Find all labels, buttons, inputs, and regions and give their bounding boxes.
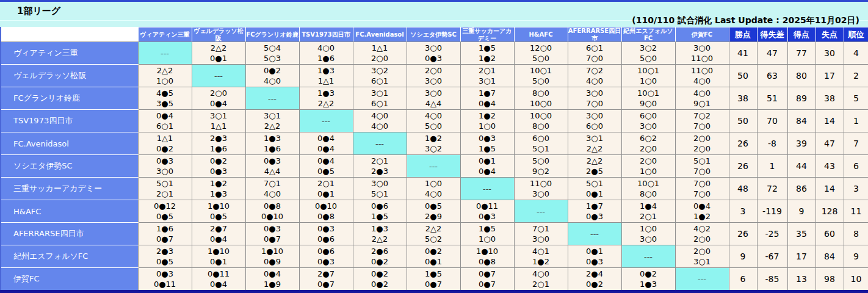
stat-value-cell: 63: [757, 65, 787, 87]
match-result: 3○2: [622, 43, 675, 53]
match-result-cell: 4○22○0: [675, 223, 729, 245]
self-match-cell: ---: [299, 110, 353, 132]
match-result: 0●5: [139, 256, 192, 267]
column-header-team: ヴィアティン三重: [138, 27, 192, 42]
match-result: 2△2: [568, 143, 621, 154]
match-result: 3○2: [353, 65, 407, 76]
column-header-team: ソシエタ伊勢SC: [407, 27, 460, 42]
match-result: 3○1: [461, 76, 514, 86]
match-result: 1○0: [139, 76, 192, 86]
match-result-cell: 0●110●3: [460, 200, 514, 223]
match-result: 2●9: [407, 211, 460, 222]
column-header-stat: 順位: [844, 27, 868, 42]
team-row: 三重サッカーアカデミー5○12○11●21●37○14○02○10●13○05○…: [1, 178, 868, 200]
match-result: 12○0: [515, 43, 568, 53]
match-result: 0●3: [300, 223, 353, 234]
match-result: 2○0: [676, 133, 729, 143]
match-result: 5○1: [139, 178, 192, 189]
match-result: 7○1: [515, 223, 568, 234]
match-result: 1●10: [192, 201, 245, 211]
stat-value-cell: 48: [729, 178, 757, 200]
match-result: 7○0: [676, 121, 729, 131]
match-result: 1●7: [568, 201, 621, 211]
match-result: 4●5: [139, 88, 192, 98]
match-result-cell: 6○03○0: [621, 110, 675, 132]
match-result: 0●3: [461, 133, 514, 143]
match-result-cell: 5○10●1: [568, 178, 621, 200]
match-result: 0●1: [568, 189, 621, 199]
match-result-cell: 0●60●3: [299, 245, 353, 268]
column-header-team: H&AFC: [514, 27, 568, 42]
match-result-cell: 1●50●7: [407, 268, 460, 291]
match-result-cell: 3○04△4: [407, 87, 460, 110]
stat-value-cell: -119: [757, 200, 787, 223]
match-result: 2●3: [139, 246, 192, 256]
match-result: 8○0: [515, 121, 568, 131]
match-result-cell: 4○09○1: [675, 87, 729, 110]
match-result: 0●4: [676, 201, 729, 211]
match-result-cell: 0●46○1: [138, 110, 192, 132]
match-result: 1●3: [622, 279, 675, 289]
match-result: 10○0: [515, 110, 568, 121]
match-result-cell: 0●21●3: [621, 268, 675, 291]
match-result-cell: 1●21○0: [460, 110, 514, 132]
match-result: 10○0: [515, 98, 568, 109]
match-result-cell: 1●60●7: [138, 223, 192, 245]
column-header-row: ヴィアティン三重ヴェルデラッソ松阪FCグランリオ鈴鹿TSV1973四日市FC.A…: [1, 27, 868, 42]
stat-value-cell: -25: [757, 223, 787, 245]
match-result: 0●3: [407, 53, 460, 63]
match-result: 4○2: [676, 223, 729, 234]
match-result-cell: 1○03○0: [621, 223, 675, 245]
stat-value-cell: 50: [729, 110, 757, 132]
row-header-team: 三重サッカーアカデミー: [1, 178, 138, 200]
match-result-cell: 2○01○0: [621, 155, 675, 178]
match-result: 0●6: [300, 234, 353, 244]
stat-value-cell: 9: [844, 245, 868, 268]
match-result: 2○1: [353, 156, 407, 166]
match-result: 1●6: [246, 143, 299, 154]
match-result-cell: 0●110●4: [192, 268, 245, 291]
match-result-cell: 2○03○0: [407, 65, 460, 87]
match-result: 3○1: [246, 110, 299, 121]
stat-value-cell: 5: [844, 87, 868, 110]
match-result: 1△1: [139, 133, 192, 143]
column-header-team: AFERRARSE四日市: [568, 27, 621, 42]
match-result: 2△2: [139, 65, 192, 76]
match-result-cell: 1●32△2: [353, 223, 407, 245]
column-header-stat: 得失差: [757, 27, 787, 42]
match-result: 0●7: [246, 234, 299, 244]
stat-value-cell: 47: [816, 132, 844, 155]
match-result: 5○0: [407, 121, 460, 131]
match-result-cell: 4○04○0: [353, 110, 407, 132]
stat-value-cell: 3: [844, 178, 868, 200]
stat-value-cell: 86: [787, 178, 816, 200]
match-result: 4○0: [246, 189, 299, 199]
match-result: 1●2: [676, 211, 729, 222]
match-result-cell: 7○24○0: [568, 65, 621, 87]
match-result: 2●7: [300, 269, 353, 279]
match-result: 0●4: [192, 279, 245, 289]
match-result-cell: 2△20●1: [192, 42, 245, 65]
match-result: 3○0: [568, 110, 621, 121]
column-header-team: 三重サッカーアカデミー: [460, 27, 514, 42]
match-result: 6○0: [568, 121, 621, 131]
match-result: 4○0: [300, 43, 353, 53]
match-result: 1○0: [622, 166, 675, 176]
match-result-cell: 0●41●2: [675, 200, 729, 223]
match-result: 4○0: [407, 110, 460, 121]
match-result: 7○2: [676, 110, 729, 121]
match-result: 0●2: [246, 65, 299, 76]
self-match-cell: ---: [192, 65, 245, 87]
update-note: (110/110 試合消化 Last Update : 2025年11月02日): [632, 15, 859, 26]
match-result: 2○1: [461, 65, 514, 76]
match-result-cell: 0●20●2: [353, 268, 407, 291]
column-header-team: ヴェルデラッソ松阪: [192, 27, 245, 42]
match-result: 10○1: [622, 65, 675, 76]
stat-value-cell: -85: [757, 268, 787, 291]
match-result-cell: 10○15○0: [514, 65, 568, 87]
match-result-cell: 2○12●3: [353, 155, 407, 178]
match-result-cell: 1●32△2: [299, 87, 353, 110]
team-row: 伊賀FC0●30●110●110●40●41●92●70●70●20●21●50…: [1, 268, 868, 291]
stat-value-cell: 41: [729, 42, 757, 65]
match-result: 0●1: [461, 156, 514, 166]
